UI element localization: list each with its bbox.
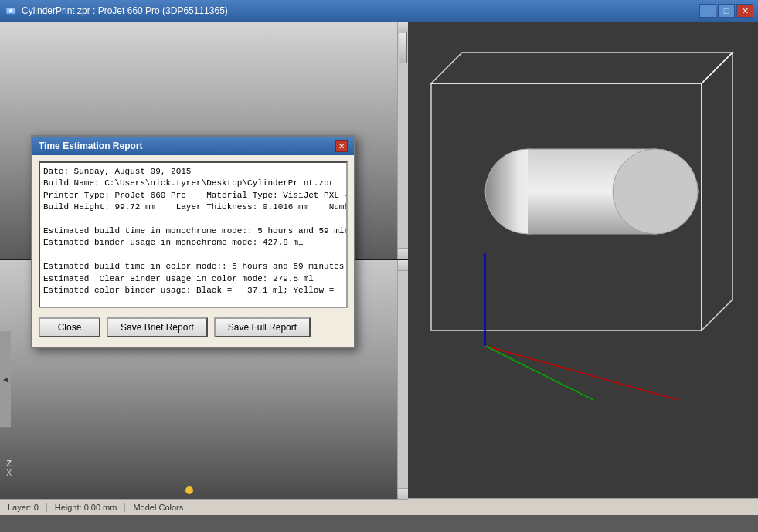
svg-point-1 <box>9 9 12 12</box>
scroll-down-btn[interactable] <box>398 248 408 259</box>
bottom-right-scrollbar[interactable] <box>397 260 408 499</box>
scroll-thumb[interactable] <box>399 32 407 63</box>
save-brief-report-button[interactable]: Save Brief Report <box>107 317 208 337</box>
bottom-scroll-up[interactable] <box>398 260 408 271</box>
dialog-titlebar: Time Estimation Report ✕ <box>32 137 354 155</box>
close-button[interactable]: Close <box>39 317 100 337</box>
dialog-title: Time Estimation Report <box>39 141 142 151</box>
maximize-button[interactable]: □ <box>718 4 735 18</box>
title-bar-left: CylinderPrint.zpr : ProJet 660 Pro (3DP6… <box>5 5 228 17</box>
axis-labels: Z X <box>6 459 12 477</box>
save-full-report-button[interactable]: Save Full Report <box>214 317 311 337</box>
left-status-bar: Layer: 0 Height: 0.00 mm Model Colors <box>0 499 408 515</box>
report-textbox[interactable]: Date: Sunday, August 09, 2015 Build Name… <box>39 161 348 308</box>
svg-marker-2 <box>431 53 733 83</box>
window-close-button[interactable]: ✕ <box>736 4 753 18</box>
title-bar: CylinderPrint.zpr : ProJet 660 Pro (3DP6… <box>0 0 758 22</box>
app-icon <box>5 5 17 17</box>
left-arrow-panel[interactable]: ◄ <box>0 332 11 428</box>
dialog-buttons: Close Save Brief Report Save Full Report <box>39 314 348 341</box>
height-status: Height: 0.00 mm <box>47 503 126 512</box>
minimize-button[interactable]: – <box>699 4 716 18</box>
scroll-up-btn[interactable] <box>398 22 408 32</box>
3d-scene <box>408 22 758 498</box>
main-content: Z X ◄ Layer: 0 Height: 0.00 mm Model Col… <box>0 22 758 532</box>
svg-point-9 <box>613 149 698 234</box>
right-3d-viewport[interactable] <box>408 22 758 515</box>
bottom-scroll-down[interactable] <box>398 488 408 499</box>
dialog-close-x-button[interactable]: ✕ <box>335 140 348 152</box>
dialog-body: Date: Sunday, August 09, 2015 Build Name… <box>32 155 354 347</box>
svg-line-12 <box>485 346 678 400</box>
z-axis-label: Z <box>6 459 12 468</box>
right-status-bar <box>408 498 758 515</box>
yellow-indicator <box>185 486 193 494</box>
colors-status: Model Colors <box>125 503 191 512</box>
title-bar-buttons: – □ ✕ <box>699 4 753 18</box>
svg-line-13 <box>485 346 593 400</box>
left-arrow-icon: ◄ <box>2 375 9 384</box>
right-scrollbar[interactable] <box>397 22 408 259</box>
time-estimation-dialog[interactable]: Time Estimation Report ✕ Date: Sunday, A… <box>31 135 355 348</box>
svg-marker-4 <box>702 53 733 330</box>
xy-axis-label: X <box>6 468 12 477</box>
window-title: CylinderPrint.zpr : ProJet 660 Pro (3DP6… <box>22 5 228 16</box>
layer-status: Layer: 0 <box>0 503 47 512</box>
